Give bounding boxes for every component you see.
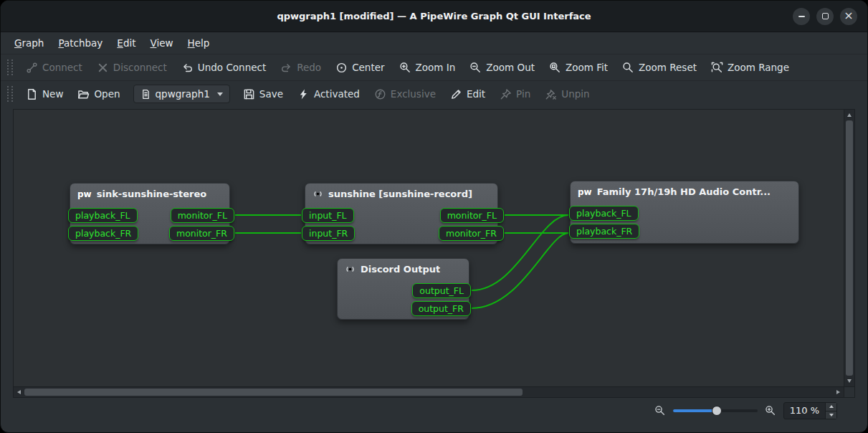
node-header: sunshine [sunshine-record]: [305, 184, 497, 199]
zoom-spinbox[interactable]: 110 %: [783, 402, 837, 419]
statusbar: 110 %: [1, 398, 867, 432]
spin-down-button[interactable]: [826, 411, 836, 419]
spin-down-icon: [829, 414, 834, 417]
zoom-slider[interactable]: [673, 405, 758, 417]
patchbay-combo[interactable]: qpwgraph1: [133, 85, 230, 103]
open-label: Open: [94, 88, 120, 100]
status-zoom-out-button[interactable]: [654, 405, 666, 417]
scroll-up-arrow[interactable]: [847, 113, 852, 117]
center-icon: [335, 62, 348, 74]
redo-button[interactable]: Redo: [274, 58, 328, 77]
monitor-app-icon: [313, 189, 323, 199]
port-playback-fr[interactable]: playback_FR: [569, 224, 639, 239]
port-monitor-fl[interactable]: monitor_FL: [440, 208, 504, 223]
activated-button[interactable]: Activated: [291, 85, 366, 104]
edit-icon: [450, 88, 462, 100]
horizontal-scroll-thumb[interactable]: [24, 389, 523, 396]
menu-graph[interactable]: Graph: [8, 34, 50, 52]
maximize-button[interactable]: [816, 8, 834, 25]
save-button[interactable]: Save: [237, 85, 290, 104]
port-output-fr[interactable]: output_FR: [411, 301, 471, 316]
edit-button[interactable]: Edit: [444, 85, 492, 104]
pipewire-icon: pw: [77, 189, 92, 199]
minimize-button[interactable]: [793, 8, 810, 25]
port-output-fl[interactable]: output_FL: [412, 283, 471, 298]
undo-connect-label: Undo Connect: [198, 62, 266, 73]
save-icon: [243, 88, 255, 100]
node-sunshine[interactable]: sunshine [sunshine-record] input_FL inpu…: [305, 183, 498, 244]
open-button[interactable]: Open: [71, 85, 126, 104]
zoom-out-icon: [469, 62, 482, 74]
new-label: New: [42, 88, 63, 100]
node-header: pw Family 17h/19h HD Audio Contr...: [571, 181, 798, 197]
zoom-value[interactable]: 110 %: [784, 403, 825, 419]
chevron-down-icon: [217, 92, 223, 96]
node-family-audio-controller[interactable]: pw Family 17h/19h HD Audio Contr... play…: [570, 181, 799, 244]
scroll-left-arrow[interactable]: [17, 390, 21, 394]
menu-patchbay[interactable]: Patchbay: [52, 34, 109, 52]
menubar: Graph Patchbay Edit View Help: [1, 32, 867, 54]
patchbay-combo-value: qpwgraph1: [156, 88, 210, 100]
port-input-fl[interactable]: input_FL: [302, 208, 354, 223]
vertical-scroll-thumb[interactable]: [846, 120, 853, 376]
port-playback-fl[interactable]: playback_FL: [68, 208, 138, 223]
scroll-down-arrow[interactable]: [847, 379, 852, 383]
node-discord-output[interactable]: Discord Output output_FL output_FR: [337, 258, 469, 320]
spin-up-button[interactable]: [826, 403, 836, 411]
exclusive-icon: [374, 88, 386, 100]
zoom-reset-button[interactable]: Zoom Reset: [616, 58, 703, 77]
new-button[interactable]: New: [19, 85, 70, 104]
node-header: Discord Output: [338, 259, 469, 275]
connections-layer: [14, 110, 844, 386]
connect-button[interactable]: Connect: [19, 58, 89, 77]
horizontal-scrollbar[interactable]: [14, 386, 844, 397]
menu-help[interactable]: Help: [181, 34, 216, 52]
connect-label: Connect: [42, 62, 82, 73]
redo-label: Redo: [297, 62, 321, 73]
disconnect-label: Disconnect: [113, 62, 167, 73]
disconnect-button[interactable]: Disconnect: [90, 58, 173, 77]
zoom-fit-button[interactable]: Zoom Fit: [543, 58, 614, 77]
zoom-in-button[interactable]: Zoom In: [393, 58, 462, 77]
center-button[interactable]: Center: [329, 58, 391, 77]
canvas-frame: pw sink-sunshine-stereo playback_FL play…: [13, 109, 855, 398]
activated-label: Activated: [314, 88, 360, 100]
node-title: sink-sunshine-stereo: [97, 189, 207, 199]
vertical-scrollbar[interactable]: [844, 110, 854, 386]
zoom-reset-icon: [622, 62, 634, 74]
port-playback-fl[interactable]: playback_FL: [569, 206, 639, 221]
unpin-button[interactable]: Unpin: [538, 85, 596, 104]
zoom-range-icon: [711, 62, 723, 74]
port-monitor-fl[interactable]: monitor_FL: [171, 208, 234, 223]
zoom-range-button[interactable]: Zoom Range: [705, 58, 796, 77]
monitor-app-icon: [345, 264, 356, 275]
undo-connect-button[interactable]: Undo Connect: [175, 58, 272, 77]
graph-canvas[interactable]: pw sink-sunshine-stereo playback_FL play…: [14, 110, 844, 386]
port-monitor-fr[interactable]: monitor_FR: [169, 226, 234, 241]
close-button[interactable]: ×: [840, 8, 857, 25]
disconnect-icon: [97, 62, 109, 74]
close-icon: ×: [844, 10, 853, 22]
undo-icon: [181, 62, 194, 74]
node-sink-sunshine-stereo[interactable]: pw sink-sunshine-stereo playback_FL play…: [70, 183, 230, 244]
port-playback-fr[interactable]: playback_FR: [68, 226, 138, 241]
patchbay-toolbar: New Open qpwgraph1 Save Activated Exclus…: [1, 80, 867, 107]
zoom-slider-handle[interactable]: [712, 406, 722, 416]
patchbay-file-icon: [140, 89, 151, 100]
toolbar-handle[interactable]: [7, 60, 13, 75]
zoom-fit-label: Zoom Fit: [566, 62, 608, 73]
menu-view[interactable]: View: [144, 34, 180, 52]
port-monitor-fr[interactable]: monitor_FR: [439, 226, 504, 241]
redo-icon: [280, 62, 292, 74]
scroll-right-arrow[interactable]: [836, 390, 840, 394]
window-title: qpwgraph1 [modified] — A PipeWire Graph …: [277, 11, 591, 22]
titlebar[interactable]: qpwgraph1 [modified] — A PipeWire Graph …: [1, 1, 867, 32]
toolbar-handle[interactable]: [7, 86, 13, 102]
pin-button[interactable]: Pin: [493, 85, 537, 104]
menu-edit[interactable]: Edit: [110, 34, 142, 52]
status-zoom-in-button[interactable]: [765, 405, 776, 417]
zoom-range-label: Zoom Range: [728, 62, 789, 73]
exclusive-button[interactable]: Exclusive: [368, 85, 442, 104]
port-input-fr[interactable]: input_FR: [302, 226, 355, 241]
zoom-out-button[interactable]: Zoom Out: [463, 58, 541, 77]
